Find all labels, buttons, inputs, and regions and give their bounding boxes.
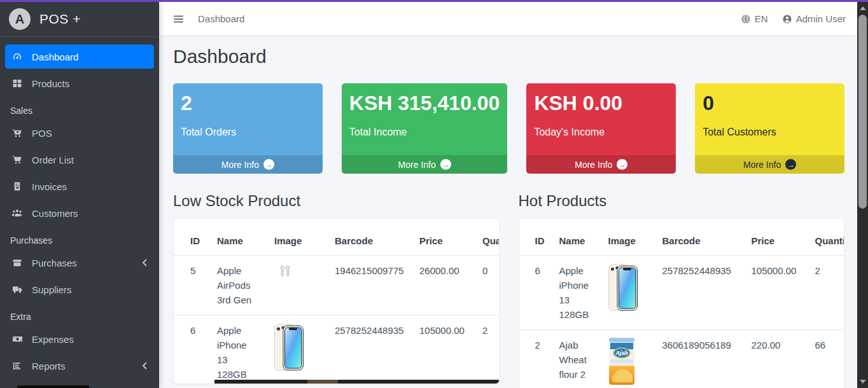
sidebar-item-label: Reports bbox=[32, 361, 66, 371]
table-row: 5 Apple AirPods 3rd Gen 1946215009775 26… bbox=[174, 256, 500, 315]
stat-label: Total Income bbox=[349, 127, 500, 138]
cell-id: 5 bbox=[174, 256, 209, 315]
col-barcode: Barcode bbox=[327, 218, 412, 256]
app-window: A POS + Dashboard Products Sales bbox=[0, 0, 868, 388]
stat-value: 2 bbox=[181, 91, 315, 115]
sidebar-section-purchases: Purchases bbox=[5, 228, 154, 251]
sidebar-item-label: Expenses bbox=[32, 334, 74, 345]
sidebar-item-label: Invoices bbox=[32, 181, 67, 192]
svg-text:Ajab: Ajab bbox=[615, 350, 628, 356]
more-info-link[interactable]: More Info → bbox=[695, 155, 844, 174]
users-icon bbox=[11, 208, 23, 218]
sidebar-item-label: Customers bbox=[32, 208, 78, 219]
cell-barcode: 3606189056189 bbox=[655, 330, 744, 388]
chevron-left-icon bbox=[141, 259, 148, 267]
cell-quantity: 0 bbox=[475, 256, 500, 315]
stat-cards-row: 2 Total Orders More Info → KSH 315,410.0… bbox=[173, 83, 844, 174]
col-barcode: Barcode bbox=[655, 218, 744, 256]
top-navbar: Dashboard EN Admin User bbox=[159, 2, 857, 36]
more-info-label: More Info bbox=[743, 160, 781, 170]
sidebar-item-products[interactable]: Products bbox=[5, 71, 154, 95]
file-invoice-icon bbox=[11, 181, 23, 191]
sidebar: A POS + Dashboard Products Sales bbox=[0, 2, 159, 388]
cell-name: Apple iPhone 13 128GB bbox=[552, 256, 601, 330]
scroll-down-arrow[interactable] bbox=[857, 377, 868, 387]
sidebar-horizontal-scrollbar-thumb[interactable] bbox=[17, 385, 89, 388]
user-menu[interactable]: Admin User bbox=[782, 13, 846, 24]
cell-name: Apple AirPods 3rd Gen bbox=[209, 256, 267, 315]
top-accent-bar bbox=[0, 0, 868, 2]
breadcrumb-dashboard-link[interactable]: Dashboard bbox=[198, 13, 244, 24]
more-info-label: More Info bbox=[221, 160, 259, 170]
col-price: Price bbox=[744, 218, 808, 256]
low-stock-title: Low Stock Product bbox=[173, 192, 500, 210]
more-info-link[interactable]: More Info → bbox=[173, 155, 323, 174]
user-circle-icon bbox=[782, 14, 792, 24]
low-stock-card: ID Name Image Barcode Price Quantity 5 bbox=[173, 218, 500, 384]
cell-name: Apple iPhone 13 128GB bbox=[209, 315, 267, 385]
hot-products-table: ID Name Image Barcode Price Quantity 6 bbox=[519, 218, 845, 388]
sidebar-item-expenses[interactable]: Expenses bbox=[5, 327, 154, 351]
low-stock-section: Low Stock Product ID Name Image Barcode … bbox=[173, 192, 500, 384]
more-info-label: More Info bbox=[575, 160, 612, 170]
scroll-up-arrow[interactable] bbox=[857, 3, 868, 13]
user-name: Admin User bbox=[796, 13, 846, 24]
content-area: Dashboard 2 Total Orders More Info → KSH… bbox=[159, 36, 857, 388]
stat-value: KSH 315,410.00 bbox=[349, 91, 500, 115]
sidebar-item-invoices[interactable]: Invoices bbox=[5, 174, 154, 198]
brand-link[interactable]: A POS + bbox=[0, 2, 159, 37]
col-image: Image bbox=[267, 218, 327, 256]
cell-barcode: 2578252448935 bbox=[327, 315, 412, 385]
arrow-circle-right-icon: → bbox=[263, 159, 274, 170]
arrow-circle-right-icon: → bbox=[617, 159, 627, 170]
hamburger-icon[interactable] bbox=[173, 14, 184, 24]
low-stock-table: ID Name Image Barcode Price Quantity 5 bbox=[174, 218, 500, 384]
arrow-circle-right-icon: → bbox=[440, 159, 451, 170]
hot-products-title: Hot Products bbox=[519, 192, 845, 210]
hot-products-card: ID Name Image Barcode Price Quantity 6 bbox=[519, 218, 845, 388]
stat-label: Total Orders bbox=[181, 127, 315, 138]
sidebar-item-label: Purchases bbox=[32, 258, 77, 268]
globe-icon bbox=[741, 14, 751, 24]
cell-barcode: 1946215009775 bbox=[327, 256, 412, 315]
table-header-row: ID Name Image Barcode Price Quantity bbox=[519, 218, 845, 256]
col-quantity: Quantity bbox=[475, 218, 500, 256]
col-image: Image bbox=[601, 218, 655, 256]
sidebar-item-reports[interactable]: Reports bbox=[5, 354, 154, 378]
language-label: EN bbox=[755, 13, 768, 24]
cell-id: 6 bbox=[519, 256, 552, 330]
sidebar-item-customers[interactable]: Customers bbox=[5, 201, 154, 225]
sidebar-item-pos[interactable]: POS bbox=[5, 121, 154, 145]
col-id: ID bbox=[174, 218, 209, 256]
hot-products-section: Hot Products ID Name Image Barcode Price… bbox=[519, 192, 845, 388]
cell-quantity: 2 bbox=[475, 315, 500, 385]
table-row: 2 Ajab Wheat flour 2 Ajab 3606189056189 … bbox=[519, 330, 845, 388]
brand-logo: A bbox=[9, 8, 31, 30]
table-row: 6 Apple iPhone 13 128GB 2578252448935 10… bbox=[174, 315, 500, 385]
chart-bars-icon bbox=[11, 361, 23, 371]
vertical-scrollbar-thumb[interactable] bbox=[858, 15, 867, 209]
cell-price: 220.00 bbox=[744, 330, 808, 388]
sidebar-item-order-list[interactable]: Order List bbox=[5, 148, 154, 172]
sidebar-item-purchases[interactable]: Purchases bbox=[5, 251, 154, 275]
sidebar-item-dashboard[interactable]: Dashboard bbox=[5, 45, 154, 69]
cell-price: 105000.00 bbox=[412, 315, 475, 385]
more-info-link[interactable]: More Info → bbox=[526, 155, 676, 174]
vertical-scrollbar[interactable] bbox=[857, 2, 868, 388]
more-info-link[interactable]: More Info → bbox=[342, 155, 508, 174]
table-header-row: ID Name Image Barcode Price Quantity bbox=[174, 218, 500, 256]
sidebar-item-label: Suppliers bbox=[32, 284, 72, 295]
cell-price: 26000.00 bbox=[412, 256, 475, 315]
stat-value: KSH 0.00 bbox=[534, 91, 668, 115]
sidebar-item-suppliers[interactable]: Suppliers bbox=[5, 277, 154, 301]
airpods-image bbox=[267, 256, 327, 315]
cart-icon bbox=[11, 155, 23, 165]
brand-title: POS + bbox=[39, 11, 81, 27]
page-title: Dashboard bbox=[173, 46, 844, 67]
ajab-flour-image: Ajab bbox=[601, 330, 655, 388]
language-selector[interactable]: EN bbox=[741, 13, 768, 24]
sidebar-item-label: Dashboard bbox=[32, 52, 78, 62]
grid-icon bbox=[11, 78, 23, 88]
table-horizontal-scrollbar[interactable] bbox=[214, 380, 500, 384]
col-quantity: Quantity bbox=[808, 218, 845, 256]
